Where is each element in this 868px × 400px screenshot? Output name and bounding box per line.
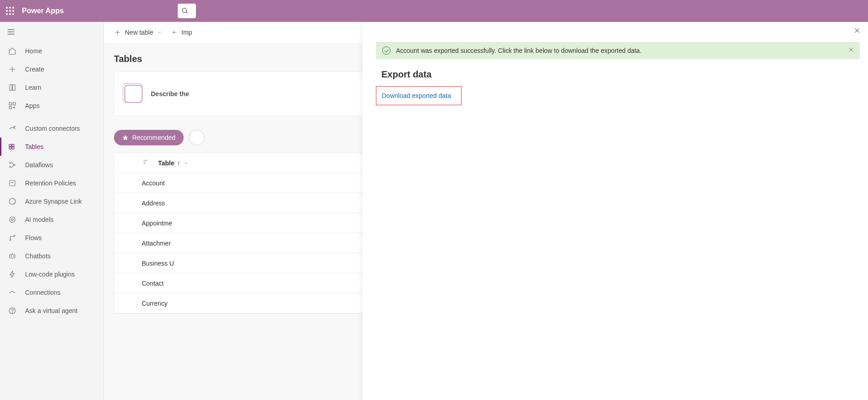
sidebar-item-low-code[interactable]: Low-code plugins <box>0 265 103 283</box>
sidebar-collapse[interactable] <box>0 22 103 42</box>
svg-rect-24 <box>9 144 11 147</box>
tables-icon <box>8 142 17 151</box>
svg-rect-27 <box>12 147 14 149</box>
flows-icon <box>8 233 17 242</box>
download-highlight: Download exported data <box>376 86 462 105</box>
panel-title: Export data <box>362 59 868 82</box>
svg-point-5 <box>12 10 14 12</box>
sidebar-item-dataflows[interactable]: Dataflows <box>0 156 103 174</box>
sidebar-item-tables[interactable]: Tables <box>0 138 103 156</box>
svg-point-7 <box>9 13 11 15</box>
svg-point-40 <box>11 256 12 256</box>
star-icon <box>122 134 128 141</box>
success-banner: Account was exported successfully. Click… <box>376 42 860 59</box>
label: Create <box>25 66 44 73</box>
connections-icon <box>8 288 17 297</box>
svg-rect-31 <box>10 180 15 186</box>
sidebar-item-create[interactable]: Create <box>0 60 103 78</box>
dismiss-banner-button[interactable] <box>848 46 854 54</box>
label: Chatbots <box>25 252 51 260</box>
label: AI models <box>25 216 53 223</box>
synapse-icon <box>8 197 17 206</box>
sort-asc-icon: ↑ <box>177 159 180 167</box>
close-icon <box>853 27 861 34</box>
svg-rect-16 <box>10 85 12 90</box>
help-icon <box>8 306 17 315</box>
close-panel-button[interactable] <box>852 25 863 37</box>
svg-rect-25 <box>12 144 14 147</box>
import-button[interactable]: Imp <box>170 29 192 36</box>
sidebar-item-ai-models[interactable]: AI models <box>0 210 103 229</box>
svg-point-3 <box>6 10 8 12</box>
label: Dataflows <box>25 161 53 169</box>
svg-point-41 <box>13 256 14 256</box>
svg-rect-26 <box>9 147 11 149</box>
sidebar-item-retention[interactable]: Retention Policies <box>0 174 103 192</box>
label: Learn <box>25 84 41 91</box>
svg-rect-20 <box>9 107 11 109</box>
download-link[interactable]: Download exported data <box>382 92 451 99</box>
sort-icon <box>142 159 149 167</box>
svg-point-4 <box>9 10 11 12</box>
book-icon <box>8 83 17 92</box>
plus-icon <box>114 29 121 36</box>
svg-rect-19 <box>13 103 15 105</box>
apps-icon <box>8 101 17 110</box>
connectors-icon <box>8 124 17 133</box>
label: Flows <box>25 234 42 241</box>
cell: Account <box>142 179 165 187</box>
home-icon <box>8 46 17 56</box>
chatbots-icon <box>8 251 17 261</box>
copilot-icon <box>124 85 143 103</box>
svg-marker-46 <box>123 135 128 140</box>
sidebar-item-chatbots[interactable]: Chatbots <box>0 247 103 265</box>
chevron-down-icon <box>157 30 162 35</box>
success-check-icon <box>382 46 390 55</box>
cell: Address <box>142 200 165 207</box>
svg-point-0 <box>6 7 8 9</box>
svg-point-6 <box>6 13 8 15</box>
svg-point-34 <box>10 217 15 222</box>
sidebar-item-connections[interactable]: Connections <box>0 283 103 302</box>
sidebar-item-home[interactable]: Home <box>0 42 103 60</box>
dataflows-icon <box>8 160 17 169</box>
label: Azure Synapse Link <box>25 198 82 205</box>
sidebar-item-flows[interactable]: Flows <box>0 229 103 247</box>
svg-point-29 <box>10 166 11 168</box>
label: Apps <box>25 102 40 109</box>
sidebar-item-virtual-agent[interactable]: Ask a virtual agent <box>0 302 103 320</box>
label: Home <box>25 47 42 55</box>
svg-rect-17 <box>13 85 15 90</box>
recommended-pill[interactable]: Recommended <box>114 130 184 145</box>
label: Ask a virtual agent <box>25 307 77 314</box>
cell: Currency <box>142 300 168 307</box>
import-icon <box>170 29 178 36</box>
waffle-icon[interactable] <box>5 5 15 16</box>
export-panel: Account was exported successfully. Click… <box>362 22 868 400</box>
sidebar-item-custom-connectors[interactable]: Custom connectors <box>0 119 103 138</box>
svg-point-23 <box>14 126 15 128</box>
svg-line-10 <box>186 12 187 13</box>
svg-point-8 <box>12 13 14 15</box>
ai-icon <box>8 215 17 224</box>
cell: Appointme <box>142 220 172 227</box>
search-input[interactable] <box>178 4 196 18</box>
label: Connections <box>25 289 61 296</box>
describe-label: Describe the <box>151 90 189 97</box>
new-table-button[interactable]: New table <box>114 29 162 36</box>
label: Imp <box>181 29 192 36</box>
bolt-icon <box>8 270 17 279</box>
filter-pill[interactable] <box>189 130 205 145</box>
label: Tables <box>25 143 43 150</box>
app-header: Power Apps <box>0 0 868 22</box>
sidebar-item-synapse[interactable]: Azure Synapse Link <box>0 192 103 210</box>
plus-icon <box>8 65 17 74</box>
chevron-down-icon <box>183 160 189 166</box>
banner-text: Account was exported successfully. Click… <box>396 47 642 54</box>
svg-point-1 <box>9 7 11 9</box>
sidebar-item-learn[interactable]: Learn <box>0 78 103 97</box>
svg-point-9 <box>182 8 186 12</box>
retention-icon <box>8 179 17 188</box>
search-icon <box>181 7 189 15</box>
sidebar-item-apps[interactable]: Apps <box>0 97 103 115</box>
